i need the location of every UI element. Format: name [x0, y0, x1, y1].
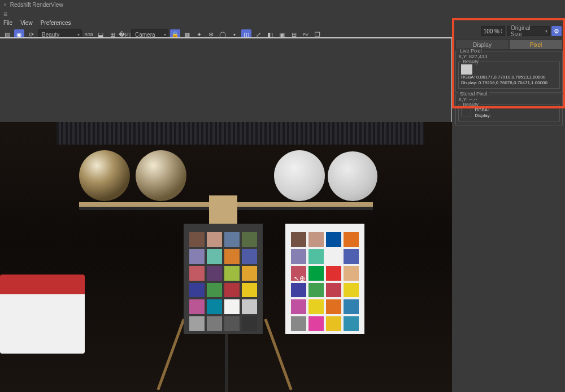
stored-pixel-swatch	[461, 107, 471, 116]
size-dropdown[interactable]: Original Size	[507, 26, 550, 36]
window-title: Redshift RenderView	[10, 2, 63, 8]
live-pixel-group: Live Pixel X,Y: 827,413 Beauty RGBA: 0.8…	[455, 51, 563, 93]
color-swatch	[242, 266, 257, 281]
color-swatch	[207, 232, 222, 247]
live-beauty-group: Beauty RGBA: 0.86177,0.77910,0.79513,1.0…	[458, 62, 560, 89]
color-swatch	[242, 299, 257, 314]
live-pixel-swatch	[461, 64, 472, 75]
color-swatch	[291, 283, 306, 298]
color-swatch	[224, 249, 240, 264]
color-swatch	[207, 266, 222, 281]
stored-pixel-rgba: RGBA:	[475, 107, 491, 113]
color-swatch	[242, 283, 257, 298]
stored-beauty-group: Beauty RGBA: Display:	[458, 104, 560, 121]
color-chart-right	[285, 224, 364, 334]
color-swatch	[189, 249, 205, 264]
live-pixel-rgba: RGBA: 0.86177,0.77910,0.79513,1.00000	[461, 75, 547, 80]
color-swatch	[326, 316, 341, 331]
titlebar: × Redshift RenderView	[0, 0, 565, 9]
color-swatch	[308, 283, 324, 298]
color-swatch	[291, 316, 306, 331]
color-swatch	[189, 299, 205, 314]
color-swatch	[224, 232, 240, 247]
color-swatch	[344, 232, 359, 247]
color-swatch	[344, 283, 359, 298]
color-swatch	[242, 249, 257, 264]
stored-pixel-group: Stored Pixel X,Y: --,-- Beauty RGBA: Dis…	[455, 94, 563, 125]
color-swatch	[326, 232, 341, 247]
color-swatch	[242, 316, 257, 331]
color-chart-left	[184, 224, 263, 334]
color-swatch	[344, 266, 359, 281]
render-viewport[interactable]: ↖⊕	[0, 37, 452, 392]
color-swatch	[224, 266, 240, 281]
color-swatch	[291, 266, 306, 281]
color-swatch	[308, 232, 324, 247]
color-swatch	[189, 232, 205, 247]
rendered-image: ↖⊕	[0, 122, 452, 392]
menu-preferences[interactable]: Preferences	[41, 20, 71, 28]
stored-pixel-legend: Stored Pixel	[458, 91, 489, 97]
color-swatch	[207, 283, 222, 298]
color-swatch	[291, 232, 306, 247]
color-swatch	[207, 316, 222, 331]
menu-view[interactable]: View	[20, 20, 33, 28]
color-swatch	[291, 299, 306, 314]
hamburger-icon[interactable]: ≡	[0, 9, 565, 19]
stored-pixel-display: Display:	[475, 113, 491, 119]
color-swatch	[326, 266, 341, 281]
color-swatch	[308, 299, 324, 314]
color-swatch	[242, 232, 257, 247]
live-pixel-legend: Live Pixel	[458, 48, 484, 54]
color-swatch	[344, 249, 359, 264]
color-swatch	[344, 299, 359, 314]
menu-file[interactable]: File	[3, 20, 12, 28]
color-swatch	[308, 266, 324, 281]
color-swatch	[189, 316, 205, 331]
color-swatch	[207, 249, 222, 264]
color-swatch	[291, 249, 306, 264]
color-swatch	[224, 316, 240, 331]
color-swatch	[224, 283, 240, 298]
color-swatch	[326, 299, 341, 314]
toolbar-right: 100 % ▴▾ Original Size ⚙	[481, 25, 562, 37]
color-swatch	[326, 249, 341, 264]
live-pixel-display: Display: 0.79216,0.76078,0.76471,1.00000	[461, 80, 547, 86]
color-swatch	[308, 316, 324, 331]
tab-pixel[interactable]: Pixel	[509, 40, 563, 50]
color-swatch	[326, 283, 341, 298]
close-icon[interactable]: ×	[3, 2, 7, 8]
color-swatch	[189, 283, 205, 298]
color-swatch	[207, 299, 222, 314]
zoom-input[interactable]: 100 % ▴▾	[481, 26, 505, 36]
side-panel: Display Pixel Live Pixel X,Y: 827,413 Be…	[453, 37, 565, 392]
color-swatch	[308, 249, 324, 264]
color-swatch	[344, 316, 359, 331]
color-swatch	[224, 299, 240, 314]
settings-icon[interactable]: ⚙	[551, 26, 562, 36]
color-swatch	[189, 266, 205, 281]
